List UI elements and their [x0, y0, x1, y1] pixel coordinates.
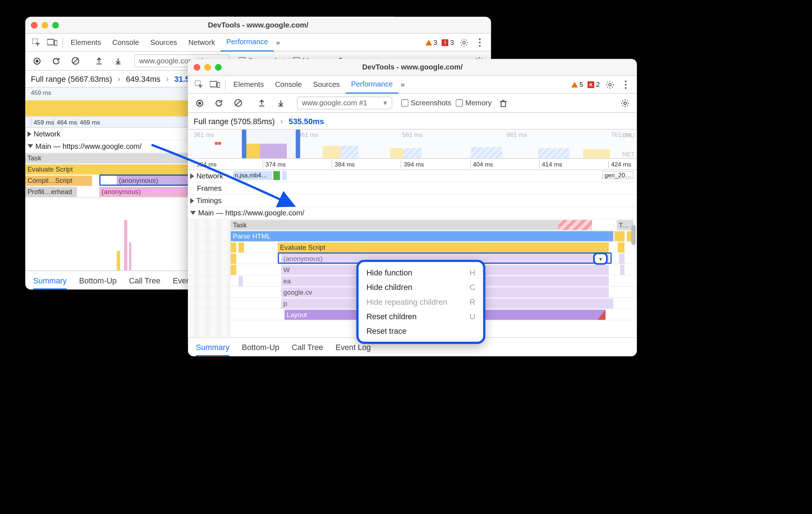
scrollbar-thumb[interactable] — [631, 225, 636, 245]
svg-point-17 — [625, 80, 627, 82]
btab-call-tree[interactable]: Call Tree — [129, 276, 160, 285]
kebab-icon[interactable] — [472, 34, 488, 50]
disclosure-right-icon — [190, 198, 194, 203]
tab-performance[interactable]: Performance — [345, 75, 398, 93]
traffic-lights — [31, 22, 59, 29]
gear-icon[interactable] — [618, 96, 632, 110]
network-chip[interactable]: n,jsa,mb4… — [233, 171, 272, 180]
screenshots-checkbox[interactable]: Screenshots — [401, 99, 451, 107]
disclosure-right-icon — [190, 173, 194, 179]
tab-console[interactable]: Console — [107, 33, 145, 51]
clear-icon[interactable] — [68, 54, 83, 68]
network-track-header[interactable]: Network n,jsa,mb4… gen_20… — [188, 170, 637, 182]
window-title: DevTools - www.google.com/ — [208, 21, 308, 29]
tabs-overflow[interactable]: » — [399, 75, 407, 93]
svg-line-23 — [235, 100, 240, 105]
overview-handle-right[interactable] — [296, 130, 300, 158]
gear-icon[interactable] — [456, 34, 472, 50]
flame-task-long[interactable] — [558, 220, 592, 230]
errors-badge[interactable]: ✕2 — [585, 80, 602, 88]
flame-compile-script[interactable]: Compil…Script — [25, 176, 92, 186]
divider — [62, 37, 63, 47]
issues-badge[interactable]: !3 — [439, 38, 456, 46]
tab-elements[interactable]: Elements — [65, 33, 107, 51]
record-icon[interactable] — [30, 54, 44, 68]
tab-sources[interactable]: Sources — [307, 75, 345, 93]
svg-point-3 — [463, 41, 465, 44]
flame-anonymous[interactable]: (anonymous) — [99, 187, 198, 197]
breadcrumb-full[interactable]: Full range (5667.63ms) — [31, 74, 112, 83]
device-icon[interactable] — [207, 77, 223, 92]
btab-summary[interactable]: Summary — [196, 342, 230, 356]
main-track-header[interactable]: Main — https://www.google.com/ — [188, 207, 637, 219]
svg-point-16 — [609, 83, 611, 86]
kebab-icon[interactable] — [618, 77, 634, 92]
flame-task[interactable]: Task — [231, 220, 592, 230]
breadcrumb: Full range (5705.85ms) › 535.50ms — [188, 113, 637, 130]
tabs-overflow[interactable]: » — [274, 33, 282, 51]
time-ruler[interactable]: 364 ms 374 ms 384 ms 394 ms 404 ms 414 m… — [188, 159, 637, 170]
reload-icon[interactable] — [211, 96, 226, 110]
close-icon[interactable] — [31, 22, 38, 29]
tab-console[interactable]: Console — [269, 75, 307, 93]
memory-checkbox[interactable]: Memory — [456, 99, 492, 107]
inspect-icon[interactable] — [192, 77, 207, 92]
network-chip[interactable] — [273, 171, 280, 180]
breadcrumb-full[interactable]: Full range (5705.85ms) — [194, 117, 275, 126]
tab-elements[interactable]: Elements — [228, 75, 269, 93]
disclosure-down-icon — [190, 211, 196, 215]
maximize-icon[interactable] — [52, 22, 59, 29]
window-title: DevTools - www.google.com/ — [362, 63, 463, 71]
ctx-reset-children[interactable]: Reset childrenU — [358, 309, 483, 324]
gc-icon[interactable] — [496, 96, 511, 110]
flame-evaluate-script[interactable]: Evaluate Script — [278, 243, 609, 253]
network-chip-right[interactable]: gen_20… — [602, 171, 634, 179]
flame-profiling-overhead[interactable]: Profili…erhead — [25, 187, 77, 197]
svg-point-19 — [625, 87, 627, 89]
issue-square-icon: ! — [442, 39, 449, 46]
btab-summary[interactable]: Summary — [33, 276, 67, 289]
svg-point-25 — [624, 102, 626, 104]
frames-track-header[interactable]: Frames — [188, 182, 637, 195]
record-icon[interactable] — [193, 96, 207, 110]
tab-performance[interactable]: Performance — [221, 33, 274, 51]
svg-point-6 — [479, 45, 481, 47]
svg-rect-1 — [47, 39, 54, 45]
chevron-right-icon: › — [281, 117, 283, 126]
ctx-hide-repeating-children: Hide repeating childrenR — [358, 295, 483, 309]
upload-icon[interactable] — [92, 54, 106, 68]
entry-dropdown-button[interactable]: ▾ — [593, 253, 607, 265]
ctx-hide-children[interactable]: Hide childrenC — [358, 280, 483, 294]
reload-icon[interactable] — [49, 54, 63, 68]
gear-icon[interactable] — [602, 77, 618, 92]
tab-sources[interactable]: Sources — [145, 33, 183, 51]
overview-minimap[interactable]: CPU NET 361 ms 461 ms 561 ms 661 ms 761 … — [188, 130, 637, 159]
warnings-badge[interactable]: 3 — [423, 38, 439, 46]
breadcrumb-leaf[interactable]: 535.50ms — [289, 117, 324, 126]
btab-call-tree[interactable]: Call Tree — [292, 342, 323, 351]
ctx-reset-trace[interactable]: Reset trace — [358, 324, 483, 338]
btab-bottom-up[interactable]: Bottom-Up — [242, 342, 279, 351]
close-icon[interactable] — [194, 64, 201, 71]
device-icon[interactable] — [44, 34, 60, 50]
maximize-icon[interactable] — [215, 64, 222, 71]
warnings-badge[interactable]: 5 — [569, 80, 585, 88]
tab-network[interactable]: Network — [183, 33, 221, 51]
clear-icon[interactable] — [231, 96, 245, 110]
overview-handle-left[interactable] — [242, 130, 246, 158]
svg-point-4 — [479, 38, 481, 40]
btab-bottom-up[interactable]: Bottom-Up — [79, 276, 117, 285]
minimize-icon[interactable] — [42, 22, 49, 29]
upload-icon[interactable] — [254, 96, 269, 110]
minimize-icon[interactable] — [204, 64, 211, 71]
inspect-icon[interactable] — [29, 34, 44, 50]
timings-track-header[interactable]: Timings — [188, 195, 637, 207]
network-chip[interactable] — [282, 171, 287, 180]
flame-parse-html[interactable]: Parse HTML — [231, 231, 609, 241]
download-icon[interactable] — [273, 96, 288, 110]
ctx-hide-function[interactable]: Hide functionH — [358, 265, 483, 280]
flame-chart[interactable]: Task T… Parse HTML Evaluate Script (anon… — [188, 219, 637, 337]
download-icon[interactable] — [110, 54, 125, 68]
breadcrumb-mid[interactable]: 649.34ms — [126, 74, 160, 83]
recording-selector[interactable]: www.google.com #1 ▾ — [297, 97, 392, 110]
